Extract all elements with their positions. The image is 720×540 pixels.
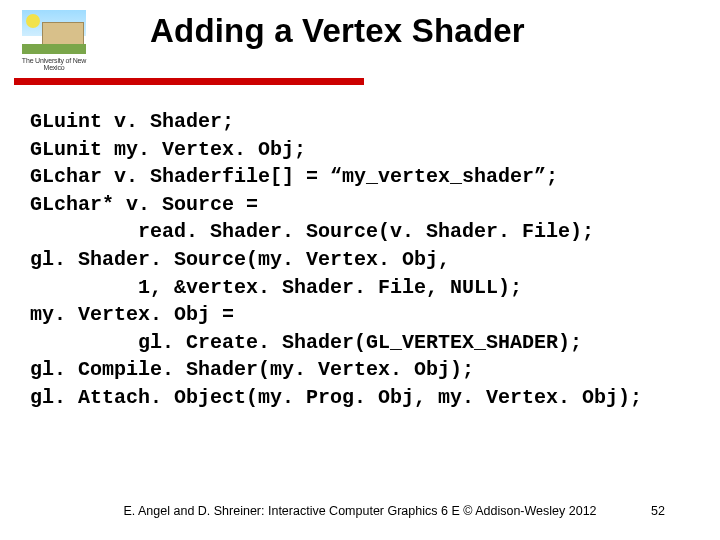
- logo-graphic: [22, 10, 86, 54]
- logo-caption: The University of New Mexico: [14, 57, 94, 71]
- slide-title: Adding a Vertex Shader: [150, 12, 525, 50]
- title-underline: [14, 78, 364, 85]
- page-number: 52: [651, 504, 665, 518]
- university-logo: The University of New Mexico: [14, 10, 94, 71]
- footer-citation: E. Angel and D. Shreiner: Interactive Co…: [0, 504, 720, 518]
- code-block: GLuint v. Shader; GLunit my. Vertex. Obj…: [30, 108, 642, 412]
